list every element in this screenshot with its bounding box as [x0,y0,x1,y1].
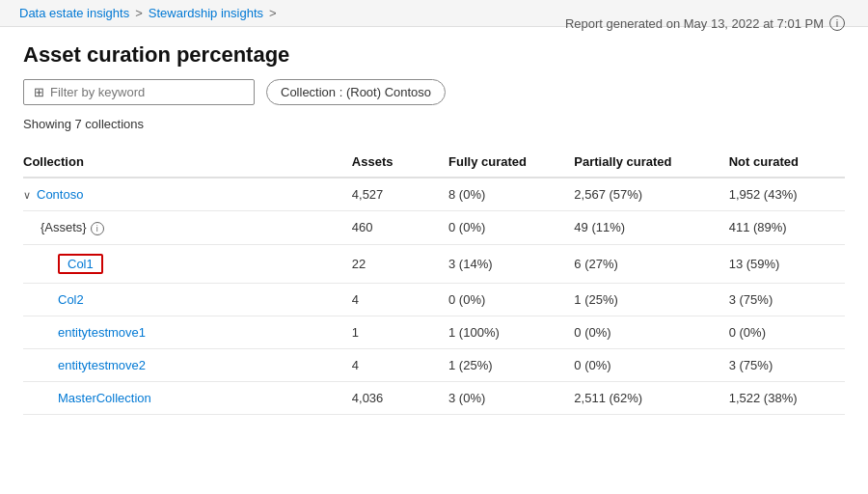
cell-not-curated: 1,522 (38%) [729,381,845,414]
col-header-not-curated: Not curated [729,147,845,178]
main-content: Asset curation percentage Report generat… [0,27,868,438]
cell-fully-curated: 0 (0%) [448,283,574,316]
cell-not-curated: 3 (75%) [729,283,845,316]
breadcrumb-parent-link[interactable]: Data estate insights [19,6,129,20]
cell-fully-curated: 0 (0%) [448,211,574,245]
cell-fully-curated: 8 (0%) [448,178,574,211]
cell-fully-curated: 3 (0%) [448,381,574,414]
cell-collection: ∨Contoso [23,178,352,211]
cell-not-curated: 13 (59%) [729,244,845,283]
cell-collection: Col1 [23,244,352,283]
col-header-fully-curated: Fully curated [448,147,574,178]
cell-partially-curated: 0 (0%) [574,348,728,381]
table-row: {Assets}i4600 (0%)49 (11%)411 (89%) [23,211,845,245]
table-row: entitytestmove111 (100%)0 (0%)0 (0%) [23,316,845,348]
table-row: entitytestmove241 (25%)0 (0%)3 (75%) [23,348,845,381]
cell-assets: 4,527 [352,178,448,211]
collection-link-entitytestmove2[interactable]: entitytestmove2 [58,358,146,372]
table-header-row: Collection Assets Fully curated Partiall… [23,147,845,178]
cell-fully-curated: 1 (100%) [448,316,574,348]
cell-assets: 4 [352,348,448,381]
assets-info-icon[interactable]: i [91,222,104,235]
filter-input[interactable] [50,85,244,99]
cell-collection: MasterCollection [23,381,352,414]
cell-assets: 4,036 [352,381,448,414]
col-header-collection: Collection [23,147,352,178]
cell-not-curated: 3 (75%) [729,348,845,381]
table-row: MasterCollection4,0363 (0%)2,511 (62%)1,… [23,381,845,414]
filters-row: ⊞ Collection : (Root) Contoso [23,79,845,105]
cell-assets: 4 [352,283,448,316]
cell-collection: entitytestmove2 [23,348,352,381]
cell-partially-curated: 0 (0%) [574,316,728,348]
cell-partially-curated: 49 (11%) [574,211,728,245]
cell-assets: 22 [352,244,448,283]
breadcrumb-current-link[interactable]: Stewardship insights [149,6,263,20]
cell-assets: 460 [352,211,448,245]
cell-collection: {Assets}i [23,211,352,245]
collection-link-entitytestmove1[interactable]: entitytestmove1 [58,325,146,340]
showing-count: Showing 7 collections [23,117,845,131]
cell-fully-curated: 1 (25%) [448,348,574,381]
col-header-assets: Assets [352,147,448,178]
report-info-icon[interactable]: i [829,15,845,31]
page-title: Asset curation percentage [23,42,289,68]
cell-fully-curated: 3 (14%) [448,244,574,283]
cell-not-curated: 411 (89%) [729,211,845,245]
cell-not-curated: 1,952 (43%) [729,178,845,211]
collection-badge[interactable]: Collection : (Root) Contoso [266,79,446,105]
collection-link-col1[interactable]: Col1 [68,257,94,271]
filter-icon: ⊞ [34,85,44,99]
filter-input-wrapper[interactable]: ⊞ [23,79,255,105]
cell-partially-curated: 2,567 (57%) [574,178,728,211]
table-row: ∨Contoso4,5278 (0%)2,567 (57%)1,952 (43%… [23,178,845,211]
cell-assets: 1 [352,316,448,348]
collection-label-assets: {Assets} [41,220,87,234]
report-generated-text: Report generated on May 13, 2022 at 7:01… [565,16,824,31]
cell-collection: entitytestmove1 [23,316,352,348]
cell-partially-curated: 1 (25%) [574,283,728,316]
cell-partially-curated: 6 (27%) [574,244,728,283]
cell-collection: Col2 [23,283,352,316]
collection-link-col2[interactable]: Col2 [58,292,84,307]
cell-not-curated: 0 (0%) [729,316,845,348]
col-header-partially-curated: Partially curated [574,147,728,178]
collection-link-mastercollection[interactable]: MasterCollection [58,391,151,405]
table-row: Col1223 (14%)6 (27%)13 (59%) [23,244,845,283]
report-info: Report generated on May 13, 2022 at 7:01… [565,15,845,31]
cell-partially-curated: 2,511 (62%) [574,381,728,414]
curation-table: Collection Assets Fully curated Partiall… [23,147,845,415]
breadcrumb-separator-1: > [135,6,143,20]
breadcrumb-separator-2: > [269,6,277,20]
collection-link-contoso[interactable]: Contoso [37,187,83,202]
chevron-icon[interactable]: ∨ [23,189,31,201]
table-row: Col240 (0%)1 (25%)3 (75%) [23,283,845,316]
col1-selected-wrapper: Col1 [58,254,103,274]
